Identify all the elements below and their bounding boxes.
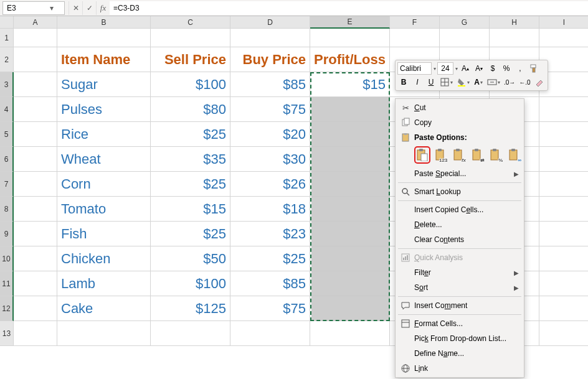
increase-font-icon[interactable]: A▴ bbox=[459, 62, 472, 75]
select-all-corner[interactable] bbox=[0, 16, 14, 29]
row-header[interactable]: 9 bbox=[0, 222, 14, 246]
cell[interactable] bbox=[539, 246, 588, 271]
cell[interactable]: Wheat bbox=[57, 147, 151, 172]
cell[interactable]: $20 bbox=[230, 122, 310, 147]
cell[interactable] bbox=[490, 29, 539, 47]
cell[interactable] bbox=[310, 321, 390, 346]
clear-formatting-icon[interactable] bbox=[533, 76, 546, 88]
cell[interactable] bbox=[539, 97, 588, 122]
cell[interactable] bbox=[57, 321, 151, 346]
cell[interactable]: Rice bbox=[57, 122, 151, 147]
cell[interactable] bbox=[310, 246, 390, 271]
merge-center-icon[interactable]: ▾ bbox=[486, 76, 501, 88]
cell[interactable]: $15 bbox=[151, 197, 230, 222]
paste-values-button[interactable]: 123 bbox=[433, 146, 449, 164]
cell[interactable]: Lamb bbox=[57, 271, 151, 296]
fx-icon[interactable]: fx bbox=[96, 1, 110, 15]
cell[interactable] bbox=[539, 296, 588, 321]
col-header[interactable]: G bbox=[440, 16, 490, 29]
paste-formulas-button[interactable]: fx bbox=[451, 146, 467, 164]
menu-paste-special[interactable]: Paste Special...▶ bbox=[397, 166, 523, 181]
cell[interactable] bbox=[310, 222, 390, 246]
row-header[interactable]: 2 bbox=[0, 47, 14, 72]
cell[interactable] bbox=[151, 321, 230, 346]
cell[interactable]: $30 bbox=[230, 147, 310, 172]
cell[interactable] bbox=[440, 29, 490, 47]
cell[interactable]: Tomato bbox=[57, 197, 151, 222]
paste-all-button[interactable] bbox=[414, 146, 430, 164]
cell[interactable] bbox=[14, 147, 57, 172]
row-header[interactable]: 7 bbox=[0, 172, 14, 197]
name-box[interactable]: ▾ bbox=[2, 1, 65, 15]
fill-color-icon[interactable]: ▾ bbox=[455, 76, 471, 88]
font-size-select[interactable] bbox=[437, 62, 453, 75]
cell[interactable] bbox=[310, 296, 390, 321]
cell[interactable]: $125 bbox=[151, 296, 230, 321]
menu-clear-contents[interactable]: Clear Contents bbox=[397, 232, 523, 247]
cell[interactable] bbox=[539, 222, 588, 246]
cell[interactable] bbox=[14, 97, 57, 122]
cell[interactable]: Cake bbox=[57, 296, 151, 321]
cell[interactable] bbox=[310, 29, 390, 47]
menu-format-cells[interactable]: Format Cells... bbox=[397, 316, 523, 331]
row-header[interactable]: 5 bbox=[0, 122, 14, 147]
cell[interactable] bbox=[539, 122, 588, 147]
menu-link[interactable]: Link bbox=[397, 361, 523, 376]
bold-button[interactable]: B bbox=[397, 76, 410, 88]
cell[interactable] bbox=[230, 29, 310, 47]
cell[interactable]: Sell Price bbox=[151, 47, 230, 72]
cell[interactable]: $75 bbox=[230, 97, 310, 122]
cell[interactable] bbox=[14, 122, 57, 147]
col-header[interactable]: C bbox=[151, 16, 230, 29]
cell[interactable]: $80 bbox=[151, 97, 230, 122]
cell[interactable]: $23 bbox=[230, 222, 310, 246]
font-color-icon[interactable]: A▾ bbox=[472, 76, 485, 88]
decrease-decimal-icon[interactable]: ←.0 bbox=[518, 76, 531, 88]
cell[interactable] bbox=[14, 72, 57, 97]
italic-button[interactable]: I bbox=[411, 76, 424, 88]
row-header[interactable]: 3 bbox=[0, 72, 14, 97]
menu-insert-comment[interactable]: Insert Comment bbox=[397, 298, 523, 313]
percent-format-icon[interactable]: % bbox=[500, 62, 513, 75]
cell[interactable] bbox=[14, 271, 57, 296]
menu-insert-copied[interactable]: Insert Copied Cells... bbox=[397, 202, 523, 217]
cell[interactable]: $25 bbox=[151, 122, 230, 147]
cell[interactable]: Corn bbox=[57, 172, 151, 197]
cell[interactable] bbox=[539, 147, 588, 172]
row-header[interactable]: 11 bbox=[0, 271, 14, 296]
cell[interactable] bbox=[14, 29, 57, 47]
cell[interactable] bbox=[57, 29, 151, 47]
underline-button[interactable]: U bbox=[425, 76, 437, 88]
cell[interactable] bbox=[14, 222, 57, 246]
cell[interactable] bbox=[14, 246, 57, 271]
row-header[interactable]: 8 bbox=[0, 197, 14, 222]
chevron-down-icon[interactable]: ▾ bbox=[434, 66, 436, 72]
menu-filter[interactable]: Filter▶ bbox=[397, 265, 523, 280]
cell[interactable]: Buy Price bbox=[230, 47, 310, 72]
col-header[interactable]: H bbox=[490, 16, 539, 29]
cell[interactable] bbox=[14, 321, 57, 346]
row-header[interactable]: 6 bbox=[0, 147, 14, 172]
col-header[interactable]: B bbox=[57, 16, 151, 29]
comma-format-icon[interactable]: , bbox=[514, 62, 526, 75]
cell[interactable] bbox=[14, 172, 57, 197]
cell[interactable] bbox=[14, 47, 57, 72]
cell[interactable]: Item Name bbox=[57, 47, 151, 72]
cell[interactable] bbox=[539, 197, 588, 222]
font-select[interactable] bbox=[397, 62, 432, 75]
cell[interactable]: Profit/Loss bbox=[310, 47, 390, 72]
chevron-down-icon[interactable]: ▾ bbox=[47, 4, 57, 12]
cell[interactable] bbox=[310, 197, 390, 222]
cell[interactable]: $85 bbox=[230, 271, 310, 296]
borders-icon[interactable]: ▾ bbox=[439, 76, 454, 88]
cell[interactable]: Sugar bbox=[57, 72, 151, 97]
formula-input[interactable] bbox=[110, 1, 588, 15]
cell[interactable] bbox=[14, 296, 57, 321]
row-header[interactable]: 1 bbox=[0, 29, 14, 47]
cell[interactable]: Pulses bbox=[57, 97, 151, 122]
chevron-down-icon[interactable]: ▾ bbox=[455, 66, 458, 72]
col-header[interactable]: F bbox=[390, 16, 440, 29]
cell[interactable] bbox=[310, 122, 390, 147]
cell[interactable]: Fish bbox=[57, 222, 151, 246]
format-painter-icon[interactable] bbox=[528, 62, 540, 75]
